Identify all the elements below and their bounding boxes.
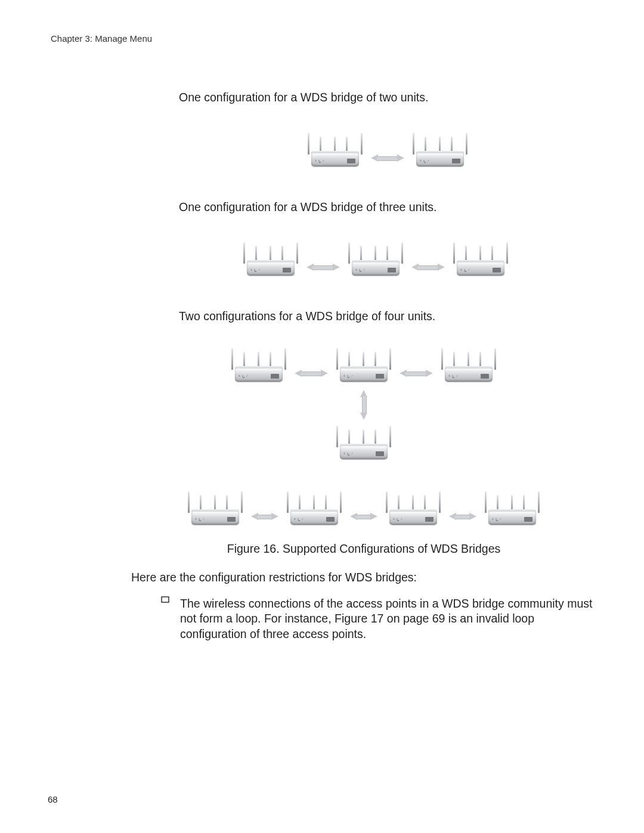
double-arrow-icon — [306, 264, 340, 271]
device-led-label: ᔆ ᒐ ᐟ — [393, 517, 402, 522]
device-led-label: ᔆ ᒐ ᐟ — [250, 268, 260, 273]
device-led-label: ᔆ ᒐ ᐟ — [492, 517, 501, 522]
access-point-icon: ᔆ ᒐ ᐟ — [453, 242, 508, 278]
diagram-three-units: ᔆ ᒐ ᐟ ᔆ ᒐ ᐟ ᔆ ᒐ ᐟ — [155, 242, 596, 278]
list-item: The wireless connections of the access p… — [161, 596, 596, 642]
restriction-text: The wireless connections of the access p… — [180, 596, 596, 642]
device-led-label: ᔆ ᒐ ᐟ — [420, 159, 429, 164]
access-point-icon: ᔆ ᒐ ᐟ — [336, 426, 391, 462]
double-arrow-icon — [449, 513, 476, 520]
device-led-label: ᔆ ᒐ ᐟ — [294, 517, 304, 522]
access-point-icon: ᔆ ᒐ ᐟ — [287, 491, 342, 527]
caption-four-units: Two configurations for a WDS bridge of f… — [179, 309, 596, 324]
access-point-icon: ᔆ ᒐ ᐟ — [188, 491, 243, 527]
access-point-icon: ᔆ ᒐ ᐟ — [348, 242, 403, 278]
box-bullet-icon — [161, 596, 169, 642]
device-led-label: ᔆ ᒐ ᐟ — [343, 451, 353, 457]
device-led-label: ᔆ ᒐ ᐟ — [315, 159, 324, 164]
double-arrow-icon — [371, 154, 404, 162]
access-point-icon: ᔆ ᒐ ᐟ — [308, 133, 363, 169]
device-led-label: ᔆ ᒐ ᐟ — [448, 374, 458, 379]
double-arrow-icon — [350, 513, 377, 520]
access-point-icon: ᔆ ᒐ ᐟ — [231, 348, 286, 384]
access-point-icon: ᔆ ᒐ ᐟ — [336, 348, 391, 384]
double-arrow-icon — [295, 370, 328, 377]
diagram-two-units: ᔆ ᒐ ᐟ ᔆ ᒐ ᐟ — [179, 133, 596, 169]
caption-three-units: One configuration for a WDS bridge of th… — [179, 200, 596, 215]
diagram-four-units: ᔆ ᒐ ᐟ ᔆ ᒐ ᐟ ᔆ ᒐ ᐟ — [131, 348, 596, 527]
svg-rect-0 — [162, 597, 169, 602]
double-arrow-icon — [251, 513, 278, 520]
access-point-icon: ᔆ ᒐ ᐟ — [243, 242, 298, 278]
device-led-label: ᔆ ᒐ ᐟ — [460, 268, 470, 273]
restrictions-intro: Here are the configuration restrictions … — [131, 570, 596, 586]
device-led-label: ᔆ ᒐ ᐟ — [343, 374, 353, 379]
page-number: 68 — [48, 794, 58, 804]
access-point-icon: ᔆ ᒐ ᐟ — [413, 133, 467, 169]
figure-caption: Figure 16. Supported Configurations of W… — [131, 541, 596, 557]
access-point-icon: ᔆ ᒐ ᐟ — [386, 491, 441, 527]
access-point-icon: ᔆ ᒐ ᐟ — [441, 348, 496, 384]
double-arrow-icon — [400, 370, 433, 377]
chapter-header: Chapter 3: Manage Menu — [51, 33, 596, 44]
device-led-label: ᔆ ᒐ ᐟ — [239, 374, 248, 379]
device-led-label: ᔆ ᒐ ᐟ — [355, 268, 365, 273]
access-point-icon: ᔆ ᒐ ᐟ — [485, 491, 540, 527]
double-arrow-vertical-icon — [360, 390, 367, 420]
caption-two-units: One configuration for a WDS bridge of tw… — [179, 90, 596, 106]
double-arrow-icon — [411, 264, 445, 271]
device-led-label: ᔆ ᒐ ᐟ — [195, 517, 205, 522]
